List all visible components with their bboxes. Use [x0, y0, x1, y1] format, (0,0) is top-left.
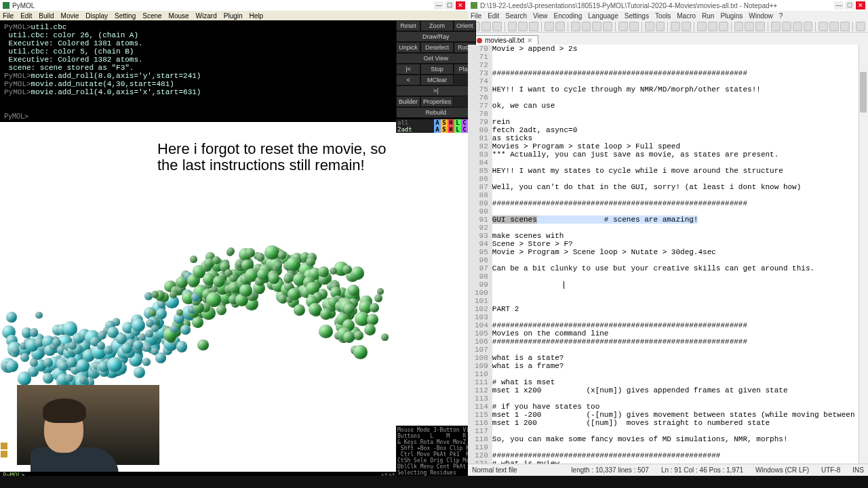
npp-icon	[471, 2, 477, 9]
toolbar-button[interactable]	[518, 22, 528, 31]
status-eol: Windows (CR LF)	[755, 466, 809, 474]
side-zoom[interactable]: Zoom	[420, 20, 454, 31]
pymol-menubar[interactable]: FileEditBuildMovieDisplaySettingSceneMou…	[0, 11, 468, 20]
toolbar-button[interactable]	[555, 22, 565, 31]
npp-menu-encoding[interactable]: Encoding	[554, 12, 583, 20]
toolbar-separator	[815, 22, 816, 31]
corner-icons[interactable]	[0, 442, 8, 458]
npp-menu-?[interactable]: ?	[779, 12, 783, 20]
toolbar-button[interactable]	[671, 22, 680, 31]
npp-menu-window[interactable]: Window	[749, 12, 773, 20]
menu-mouse[interactable]: Mouse	[169, 12, 189, 20]
side-orient[interactable]: Orient	[454, 20, 476, 31]
toolbar-button[interactable]	[645, 22, 654, 31]
file-tab[interactable]: movies-all.txt ✕	[471, 35, 538, 45]
side-deselect[interactable]: Deselect	[420, 42, 454, 53]
npp-statusbar: Normal text file length : 10,337 lines :…	[468, 464, 868, 476]
toolbar-button[interactable]	[734, 22, 744, 31]
side-get-view[interactable]: Get View	[396, 53, 476, 64]
tab-close-icon[interactable]: ✕	[527, 37, 532, 44]
toolbar-button[interactable]	[629, 22, 639, 31]
side-unpick[interactable]: Unpick	[396, 42, 420, 53]
npp-titlebar[interactable]: D:\19-22-Leeds\3-presentations\180519-Py…	[468, 0, 868, 11]
npp-menu-language[interactable]: Language	[588, 12, 618, 20]
toolbar-button[interactable]	[682, 22, 691, 31]
toolbar-button[interactable]	[618, 22, 628, 31]
toolbar-button[interactable]	[755, 22, 765, 31]
toolbar-button[interactable]	[782, 22, 791, 31]
editor-scrollbar[interactable]	[859, 45, 868, 464]
menu-file[interactable]: File	[3, 12, 14, 20]
side-mclear[interactable]: MClear	[420, 75, 454, 85]
npp-menubar[interactable]: FileEditSearchViewEncodingLanguageSettin…	[468, 11, 868, 20]
menu-edit[interactable]: Edit	[20, 12, 32, 20]
line-gutter[interactable]: 7071727374757677787980818283848586878889…	[468, 45, 492, 464]
npp-toolbar[interactable]	[468, 20, 868, 33]
npp-menu-view[interactable]: View	[533, 12, 548, 20]
side-stop[interactable]: Stop	[420, 64, 454, 75]
toolbar-button[interactable]	[745, 22, 754, 31]
npp-menu-edit[interactable]: Edit	[488, 12, 499, 20]
pymol-icon	[3, 2, 9, 9]
menu-movie[interactable]: Movie	[61, 12, 79, 20]
toolbar-button[interactable]	[804, 22, 813, 31]
npp-menu-run[interactable]: Run	[702, 12, 714, 20]
npp-minimize-button[interactable]: —	[834, 1, 844, 9]
toolbar-button[interactable]	[829, 22, 839, 31]
maximize-button[interactable]: ☐	[445, 1, 454, 9]
npp-maximize-button[interactable]: ☐	[845, 1, 854, 9]
toolbar-button[interactable]	[545, 22, 554, 31]
menu-build[interactable]: Build	[39, 12, 54, 20]
close-button[interactable]: ✕	[456, 1, 465, 9]
minimize-button[interactable]: —	[434, 1, 443, 9]
toolbar-button[interactable]	[592, 22, 601, 31]
side-draw-ray[interactable]: Draw/Ray	[396, 31, 476, 42]
side-builder[interactable]: Builder	[396, 96, 420, 107]
code-area[interactable]: Movie > append > 2s#####################…	[492, 45, 868, 464]
toolbar-button[interactable]	[818, 22, 828, 31]
toolbar-button[interactable]	[603, 22, 612, 31]
menu-setting[interactable]: Setting	[115, 12, 136, 20]
npp-menu-plugins[interactable]: Plugins	[720, 12, 743, 20]
menu-help[interactable]: Help	[250, 12, 264, 20]
side--[interactable]: <	[396, 75, 420, 85]
menu-wizard[interactable]: Wizard	[196, 12, 217, 20]
side--[interactable]: >|	[396, 85, 476, 96]
npp-menu-tools[interactable]: Tools	[655, 12, 671, 20]
npp-menu-search[interactable]: Search	[505, 12, 527, 20]
toolbar-button[interactable]	[492, 22, 502, 31]
toolbar-button[interactable]	[840, 22, 850, 31]
side--[interactable]: |<	[396, 64, 420, 75]
npp-close-button[interactable]: ✕	[856, 1, 865, 9]
toolbar-button[interactable]	[771, 22, 781, 31]
toolbar-button[interactable]	[793, 22, 802, 31]
scrollbar-thumb[interactable]	[860, 72, 867, 113]
toolbar-button[interactable]	[481, 22, 491, 31]
toolbar-separator	[768, 22, 768, 31]
toolbar-button[interactable]	[582, 22, 591, 31]
side-reset[interactable]: Reset	[396, 20, 420, 31]
pymol-titlebar[interactable]: PyMOL — ☐ ✕	[0, 0, 468, 11]
toolbar-button[interactable]	[856, 22, 865, 31]
npp-tabbar[interactable]: movies-all.txt ✕	[468, 33, 868, 45]
toolbar-button[interactable]	[697, 22, 707, 31]
side-properties[interactable]: Properties	[420, 96, 454, 107]
side-rebuild[interactable]: Rebuild	[396, 107, 476, 118]
npp-menu-macro[interactable]: Macro	[677, 12, 696, 20]
npp-menu-settings[interactable]: Settings	[625, 12, 649, 20]
menu-display[interactable]: Display	[85, 12, 108, 20]
menu-plugin[interactable]: Plugin	[224, 12, 243, 20]
toolbar-button[interactable]	[508, 22, 517, 31]
menu-scene[interactable]: Scene	[142, 12, 161, 20]
pymol-viewport[interactable]: Here i forgot to reset the movie, sothe …	[0, 122, 468, 476]
windows-taskbar[interactable]	[0, 476, 868, 488]
molecule-render[interactable]	[12, 244, 385, 393]
toolbar-button[interactable]	[529, 22, 538, 31]
npp-menu-file[interactable]: File	[471, 12, 481, 20]
toolbar-button[interactable]	[656, 22, 665, 31]
toolbar-button[interactable]	[719, 22, 728, 31]
object-list[interactable]: allASHLC2adtASHLC	[396, 119, 468, 133]
npp-editor[interactable]: 7071727374757677787980818283848586878889…	[468, 45, 868, 464]
toolbar-button[interactable]	[708, 22, 717, 31]
toolbar-button[interactable]	[571, 22, 580, 31]
